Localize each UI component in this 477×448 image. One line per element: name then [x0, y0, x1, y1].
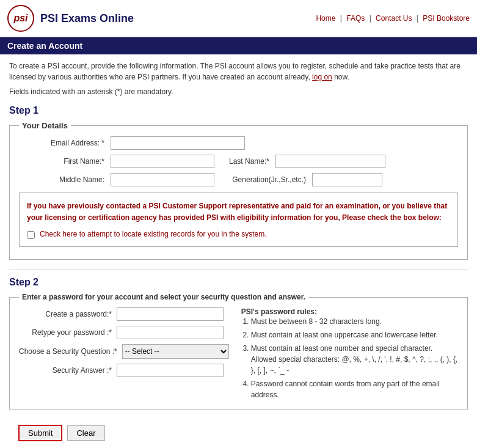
- first-name-label: First Name:*: [19, 157, 104, 166]
- retype-password-row: Retype your password :*: [19, 326, 229, 339]
- security-answer-row: Security Answer :*: [19, 364, 229, 377]
- rule-4: Password cannot contain words from any p…: [251, 378, 458, 400]
- generation-input[interactable]: [312, 173, 382, 186]
- step2-heading: Step 2: [9, 277, 468, 288]
- intro-text-line1: To create a PSI account, provide the fol…: [9, 62, 461, 81]
- logo-icon: psi: [7, 5, 34, 32]
- name-row: First Name:* Last Name:*: [19, 155, 458, 168]
- rule-1: Must be between 8 - 32 characters long.: [251, 316, 458, 327]
- nav-home[interactable]: Home: [316, 14, 335, 23]
- security-question-select[interactable]: -- Select -- What is your mother's maide…: [122, 344, 229, 359]
- rules-list: Must be between 8 - 32 characters long. …: [251, 316, 458, 400]
- email-label: Email Address: *: [19, 139, 104, 147]
- warning-text: If you have previously contacted a PSI C…: [27, 200, 450, 224]
- intro-text-line2: now.: [334, 73, 349, 81]
- step-divider: [9, 269, 468, 270]
- retype-password-label: Retype your password :*: [19, 328, 117, 337]
- step2-form: Create a password:* Retype your password…: [19, 307, 229, 403]
- locate-records-checkbox[interactable]: [27, 231, 35, 239]
- create-password-input[interactable]: [117, 307, 224, 321]
- mandatory-note: Fields indicated with an asterisk (*) ar…: [9, 87, 468, 96]
- step2-legend: Enter a password for your account and se…: [19, 293, 308, 301]
- step1-heading: Step 1: [9, 105, 468, 116]
- clear-button[interactable]: Clear: [67, 425, 104, 441]
- logo-psi-text: psi: [13, 13, 27, 24]
- generation-label: Generation(Jr.,Sr.,etc.): [220, 175, 306, 184]
- nav-bookstore[interactable]: PSI Bookstore: [423, 14, 470, 23]
- last-name-input[interactable]: [275, 155, 385, 168]
- email-input[interactable]: [111, 136, 245, 150]
- password-rules: PSI's password rules: Must be between 8 …: [241, 307, 458, 403]
- header: psi PSI Exams Online Home | FAQs | Conta…: [0, 0, 477, 37]
- rule-3: Must contain at least one number and spe…: [251, 343, 458, 376]
- main-content: To create a PSI account, provide the fol…: [0, 54, 477, 448]
- logo-area: psi PSI Exams Online: [7, 5, 134, 32]
- middle-name-input[interactable]: [111, 173, 214, 186]
- nav-faqs[interactable]: FAQs: [346, 14, 365, 23]
- create-password-row: Create a password:*: [19, 307, 229, 321]
- security-question-label: Choose a Security Question :*: [19, 347, 122, 356]
- rules-heading: PSI's password rules:: [241, 307, 317, 316]
- nav-contact[interactable]: Contact Us: [376, 14, 412, 23]
- button-row: Submit Clear: [9, 419, 468, 447]
- step2-inner: Create a password:* Retype your password…: [19, 307, 458, 403]
- page-title-bar: Create an Account: [0, 37, 477, 54]
- create-password-label: Create a password:*: [19, 310, 117, 318]
- check-label: Check here to attempt to locate existing…: [40, 230, 267, 238]
- rule-2: Must contain at least one uppercase and …: [251, 329, 458, 340]
- first-name-input[interactable]: [111, 155, 214, 168]
- warning-box: If you have previously contacted a PSI C…: [19, 193, 458, 247]
- last-name-label: Last Name:*: [220, 157, 269, 166]
- security-question-row: Choose a Security Question :* -- Select …: [19, 344, 229, 359]
- submit-button[interactable]: Submit: [18, 425, 62, 441]
- step1-legend: Your Details: [19, 121, 71, 130]
- nav-links: Home | FAQs | Contact Us | PSI Bookstore: [316, 14, 470, 23]
- log-on-link[interactable]: log on: [312, 73, 332, 81]
- email-row: Email Address: *: [19, 136, 458, 150]
- intro-paragraph: To create a PSI account, provide the fol…: [9, 61, 468, 83]
- retype-password-input[interactable]: [117, 326, 224, 339]
- site-title: PSI Exams Online: [40, 12, 134, 25]
- middle-name-label: Middle Name:: [19, 175, 104, 184]
- security-answer-label: Security Answer :*: [19, 366, 117, 375]
- step2-fieldset: Enter a password for your account and se…: [9, 293, 468, 409]
- step1-fieldset: Your Details Email Address: * First Name…: [9, 121, 468, 260]
- middle-gen-row: Middle Name: Generation(Jr.,Sr.,etc.): [19, 173, 458, 186]
- page-title: Create an Account: [7, 41, 82, 51]
- security-answer-input[interactable]: [117, 364, 224, 377]
- check-row: Check here to attempt to locate existing…: [27, 230, 450, 239]
